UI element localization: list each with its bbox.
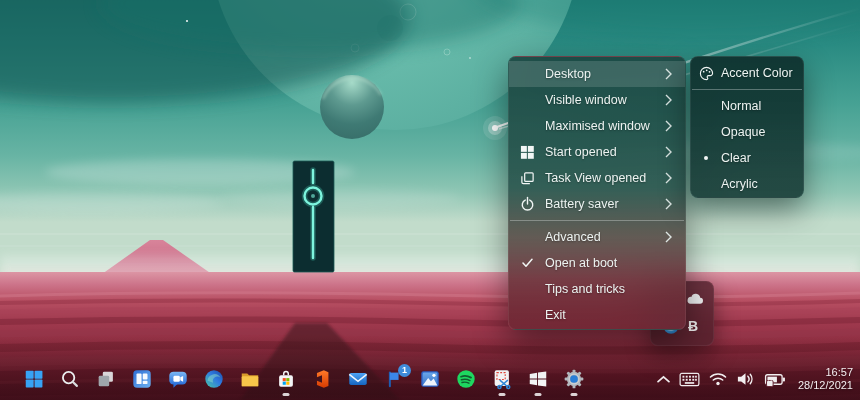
menu-item-start-opened[interactable]: Start opened bbox=[509, 139, 685, 165]
submenu-separator bbox=[692, 89, 802, 90]
menu-item-label: Advanced bbox=[545, 230, 665, 244]
windows-logo-icon bbox=[520, 145, 535, 160]
chevron-right-icon bbox=[665, 120, 672, 132]
battery-saver-icon bbox=[520, 196, 535, 212]
clock-date: 28/12/2021 bbox=[798, 379, 853, 392]
mail-icon[interactable] bbox=[346, 368, 369, 391]
desktop-screen: 1 bbox=[0, 0, 860, 400]
menu-item-label: Tips and tricks bbox=[545, 282, 665, 296]
submenu-item-accent-color[interactable]: Accent Color bbox=[691, 60, 803, 86]
taskbar-clock[interactable]: 16:57 28/12/2021 bbox=[796, 366, 857, 392]
file-explorer-icon[interactable] bbox=[238, 368, 261, 391]
photos-icon[interactable] bbox=[418, 368, 441, 391]
submenu-item-normal[interactable]: Normal bbox=[691, 93, 803, 119]
menu-item-label: Visible window bbox=[545, 93, 665, 107]
task-view-icon[interactable] bbox=[94, 368, 117, 391]
menu-item-label: Open at boot bbox=[545, 256, 665, 270]
edge-browser-icon[interactable] bbox=[202, 368, 225, 391]
chat-icon[interactable] bbox=[166, 368, 189, 391]
submenu-item-label: Opaque bbox=[721, 125, 803, 139]
submenu-item-clear[interactable]: Clear bbox=[691, 145, 803, 171]
spotify-icon[interactable] bbox=[454, 368, 477, 391]
taskbar: 1 bbox=[0, 358, 860, 400]
notification-badge: 1 bbox=[398, 364, 411, 377]
menu-item-exit[interactable]: Exit bbox=[509, 302, 685, 328]
menu-item-battery-saver[interactable]: Battery saver bbox=[509, 191, 685, 217]
settings-gear-icon[interactable] bbox=[562, 368, 585, 391]
snipping-tool-icon[interactable] bbox=[490, 368, 513, 391]
submenu-item-label: Normal bbox=[721, 99, 803, 113]
task-view-icon bbox=[520, 171, 535, 186]
running-indicator bbox=[534, 393, 541, 396]
selected-radio-dot-icon bbox=[704, 156, 708, 160]
battery-charging-icon[interactable] bbox=[764, 371, 787, 388]
running-indicator bbox=[282, 393, 289, 396]
touch-keyboard-icon[interactable] bbox=[679, 372, 700, 387]
menu-item-label: Desktop bbox=[545, 67, 665, 81]
widgets-icon[interactable] bbox=[130, 368, 153, 391]
clock-time: 16:57 bbox=[798, 366, 853, 379]
microsoft-store-icon[interactable] bbox=[274, 368, 297, 391]
chevron-right-icon bbox=[665, 172, 672, 184]
chevron-right-icon bbox=[665, 198, 672, 210]
wifi-icon[interactable] bbox=[709, 372, 727, 386]
office-icon[interactable] bbox=[310, 368, 333, 391]
translucenttb-context-menu: Desktop Visible window Maximised window bbox=[508, 56, 686, 330]
chevron-right-icon bbox=[665, 68, 672, 80]
menu-item-desktop[interactable]: Desktop bbox=[509, 61, 685, 87]
menu-item-tips-and-tricks[interactable]: Tips and tricks bbox=[509, 276, 685, 302]
desktop-submenu: Accent Color Normal Opaque Clear Acrylic bbox=[690, 56, 804, 198]
chevron-right-icon bbox=[665, 146, 672, 158]
menu-item-maximised-window[interactable]: Maximised window bbox=[509, 113, 685, 139]
search-icon[interactable] bbox=[58, 368, 81, 391]
submenu-item-label: Acrylic bbox=[721, 177, 803, 191]
onedrive-cloud-icon[interactable] bbox=[684, 289, 706, 311]
taskbar-pinned-apps: 1 bbox=[0, 368, 585, 391]
menu-item-advanced[interactable]: Advanced bbox=[509, 224, 685, 250]
palette-icon bbox=[699, 66, 714, 81]
menu-item-task-view-opened[interactable]: Task View opened bbox=[509, 165, 685, 191]
volume-icon[interactable] bbox=[736, 371, 755, 387]
menu-separator bbox=[510, 220, 684, 221]
menu-item-label: Exit bbox=[545, 308, 665, 322]
chevron-right-icon bbox=[665, 231, 672, 243]
submenu-item-opaque[interactable]: Opaque bbox=[691, 119, 803, 145]
hidden-icons-chevron-icon[interactable] bbox=[657, 375, 670, 384]
submenu-item-label: Accent Color bbox=[721, 66, 803, 80]
menu-item-label: Start opened bbox=[545, 145, 665, 159]
system-tray: 16:57 28/12/2021 bbox=[657, 358, 857, 400]
menu-item-label: Battery saver bbox=[545, 197, 665, 211]
flag-notification-icon[interactable]: 1 bbox=[382, 368, 405, 391]
start-button-icon[interactable] bbox=[22, 368, 45, 391]
running-indicator bbox=[498, 393, 505, 396]
running-indicator bbox=[570, 393, 577, 396]
menu-item-open-at-boot[interactable]: Open at boot bbox=[509, 250, 685, 276]
checkmark-icon bbox=[522, 258, 533, 268]
submenu-item-label: Clear bbox=[721, 151, 803, 165]
windows-app-icon[interactable] bbox=[526, 368, 549, 391]
menu-item-label: Maximised window bbox=[545, 119, 665, 133]
submenu-item-acrylic[interactable]: Acrylic bbox=[691, 171, 803, 197]
menu-item-label: Task View opened bbox=[545, 171, 665, 185]
menu-item-visible-window[interactable]: Visible window bbox=[509, 87, 685, 113]
chevron-right-icon bbox=[665, 94, 672, 106]
